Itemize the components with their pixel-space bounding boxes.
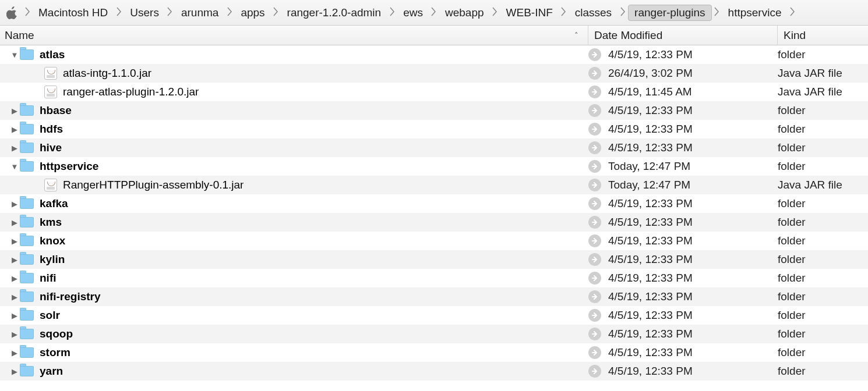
- breadcrumb-item[interactable]: classes: [569, 5, 618, 21]
- breadcrumb-item[interactable]: ranger-1.2.0-admin: [281, 5, 387, 21]
- disclosure-closed-icon[interactable]: ▶: [9, 106, 20, 115]
- disclosure-closed-icon[interactable]: ▶: [9, 218, 20, 227]
- disclosure-closed-icon[interactable]: ▶: [9, 349, 20, 357]
- go-arrow-icon[interactable]: [588, 328, 601, 340]
- disclosure-closed-icon[interactable]: ▶: [9, 330, 20, 339]
- cell-kind: folder: [778, 141, 868, 154]
- folder-icon: [20, 310, 34, 321]
- folder-row[interactable]: ▶hbase4/5/19, 12:33 PMfolder: [0, 101, 868, 120]
- folder-row[interactable]: ▶sqoop4/5/19, 12:33 PMfolder: [0, 325, 868, 343]
- cell-kind: folder: [778, 234, 868, 247]
- column-header-kind[interactable]: Kind: [778, 26, 868, 45]
- breadcrumb-label: ews: [397, 5, 429, 21]
- folder-row[interactable]: ▶yarn4/5/19, 12:33 PMfolder: [0, 362, 868, 381]
- chevron-right-icon: [224, 7, 235, 16]
- go-arrow-icon[interactable]: [588, 290, 601, 303]
- disclosure-closed-icon[interactable]: ▶: [9, 144, 20, 152]
- breadcrumb-item[interactable]: ranger-plugins: [628, 5, 711, 21]
- folder-row[interactable]: ▶solr4/5/19, 12:33 PMfolder: [0, 306, 868, 325]
- cell-date: 4/5/19, 12:33 PM: [588, 123, 778, 136]
- folder-icon: [20, 124, 34, 134]
- cell-name: ▶hive: [0, 141, 588, 154]
- go-arrow-icon[interactable]: [588, 309, 601, 322]
- folder-row[interactable]: ▶kylin4/5/19, 12:33 PMfolder: [0, 250, 868, 269]
- breadcrumb-label: ranger-plugins: [628, 5, 711, 21]
- row-name: kylin: [40, 253, 65, 266]
- breadcrumb-item[interactable]: Users: [124, 5, 165, 21]
- disclosure-open-icon[interactable]: ▼: [9, 162, 20, 171]
- cell-kind: folder: [778, 328, 868, 340]
- file-list: ▼atlas4/5/19, 12:33 PMfolderatlas-intg-1…: [0, 45, 868, 381]
- breadcrumb-item[interactable]: WEB-INF: [500, 5, 559, 21]
- cell-date: 4/5/19, 12:33 PM: [588, 234, 778, 247]
- go-arrow-icon[interactable]: [588, 86, 601, 98]
- go-arrow-icon[interactable]: [588, 48, 601, 61]
- file-row[interactable]: RangerHTTPPlugin-assembly-0.1.jarToday, …: [0, 176, 868, 194]
- disclosure-closed-icon[interactable]: ▶: [9, 274, 20, 283]
- go-arrow-icon[interactable]: [588, 234, 601, 247]
- cell-date: 4/5/19, 12:33 PM: [588, 253, 778, 266]
- folder-row[interactable]: ▶hive4/5/19, 12:33 PMfolder: [0, 138, 868, 157]
- breadcrumb-item[interactable]: arunma: [175, 5, 224, 21]
- go-arrow-icon[interactable]: [588, 104, 601, 117]
- path-bar: Macintosh HDUsersarunmaappsranger-1.2.0-…: [0, 0, 868, 26]
- breadcrumb-label: webapp: [439, 5, 490, 21]
- cell-name: ▶solr: [0, 309, 588, 322]
- disclosure-closed-icon[interactable]: ▶: [9, 311, 20, 320]
- disclosure-closed-icon[interactable]: ▶: [9, 367, 20, 376]
- go-arrow-icon[interactable]: [588, 141, 601, 154]
- breadcrumb-item[interactable]: httpservice: [722, 5, 788, 21]
- cell-name: ▶knox: [0, 234, 588, 247]
- row-name: solr: [40, 309, 60, 322]
- folder-row[interactable]: ▶nifi-registry4/5/19, 12:33 PMfolder: [0, 287, 868, 306]
- folder-row[interactable]: ▶kms4/5/19, 12:33 PMfolder: [0, 213, 868, 232]
- file-row[interactable]: atlas-intg-1.1.0.jar26/4/19, 3:02 PMJava…: [0, 64, 868, 83]
- cell-kind: folder: [778, 253, 868, 266]
- go-arrow-icon[interactable]: [588, 365, 601, 378]
- disclosure-closed-icon[interactable]: ▶: [9, 255, 20, 264]
- file-row[interactable]: ranger-atlas-plugin-1.2.0.jar4/5/19, 11:…: [0, 83, 868, 101]
- go-arrow-icon[interactable]: [588, 272, 601, 285]
- disclosure-closed-icon[interactable]: ▶: [9, 200, 20, 208]
- cell-date: 4/5/19, 12:33 PM: [588, 104, 778, 117]
- go-arrow-icon[interactable]: [588, 67, 601, 80]
- go-arrow-icon[interactable]: [588, 253, 601, 266]
- breadcrumb-item[interactable]: apps: [235, 5, 270, 21]
- go-arrow-icon[interactable]: [588, 179, 601, 191]
- go-arrow-icon[interactable]: [588, 216, 601, 229]
- row-name: sqoop: [40, 328, 73, 340]
- breadcrumb-item[interactable]: Macintosh HD: [33, 5, 114, 21]
- breadcrumb-item[interactable]: ews: [397, 5, 429, 21]
- folder-row[interactable]: ▶kafka4/5/19, 12:33 PMfolder: [0, 194, 868, 213]
- column-header-date[interactable]: Date Modified: [588, 26, 778, 45]
- folder-row[interactable]: ▶knox4/5/19, 12:33 PMfolder: [0, 232, 868, 250]
- row-date: 4/5/19, 12:33 PM: [608, 328, 693, 340]
- go-arrow-icon[interactable]: [588, 197, 601, 210]
- row-date: 26/4/19, 3:02 PM: [608, 67, 693, 80]
- go-arrow-icon[interactable]: [588, 160, 601, 173]
- cell-name: ▶hdfs: [0, 123, 588, 136]
- breadcrumb-item[interactable]: webapp: [439, 5, 490, 21]
- folder-row[interactable]: ▶storm4/5/19, 12:33 PMfolder: [0, 343, 868, 362]
- disclosure-open-icon[interactable]: ▼: [9, 51, 20, 59]
- column-header-name[interactable]: Name ˄: [0, 26, 588, 45]
- breadcrumb-label: httpservice: [722, 5, 788, 21]
- jar-file-icon: [44, 86, 57, 98]
- row-date: 4/5/19, 12:33 PM: [608, 253, 693, 266]
- cell-name: ▶storm: [0, 346, 588, 359]
- row-date: 4/5/19, 12:33 PM: [608, 346, 693, 359]
- go-arrow-icon[interactable]: [588, 346, 601, 359]
- disclosure-closed-icon[interactable]: ▶: [9, 293, 20, 301]
- folder-row[interactable]: ▶nifi4/5/19, 12:33 PMfolder: [0, 269, 868, 287]
- folder-row[interactable]: ▼httpserviceToday, 12:47 PMfolder: [0, 157, 868, 176]
- folder-row[interactable]: ▶hdfs4/5/19, 12:33 PMfolder: [0, 120, 868, 138]
- disclosure-closed-icon[interactable]: ▶: [9, 125, 20, 134]
- row-name: atlas-intg-1.1.0.jar: [63, 67, 151, 80]
- go-arrow-icon[interactable]: [588, 123, 601, 136]
- folder-row[interactable]: ▼atlas4/5/19, 12:33 PMfolder: [0, 45, 868, 64]
- column-headers: Name ˄ Date Modified Kind: [0, 26, 868, 45]
- disclosure-closed-icon[interactable]: ▶: [9, 237, 20, 246]
- row-name: ranger-atlas-plugin-1.2.0.jar: [63, 86, 199, 98]
- row-date: 4/5/19, 12:33 PM: [608, 272, 693, 285]
- folder-icon: [20, 198, 34, 209]
